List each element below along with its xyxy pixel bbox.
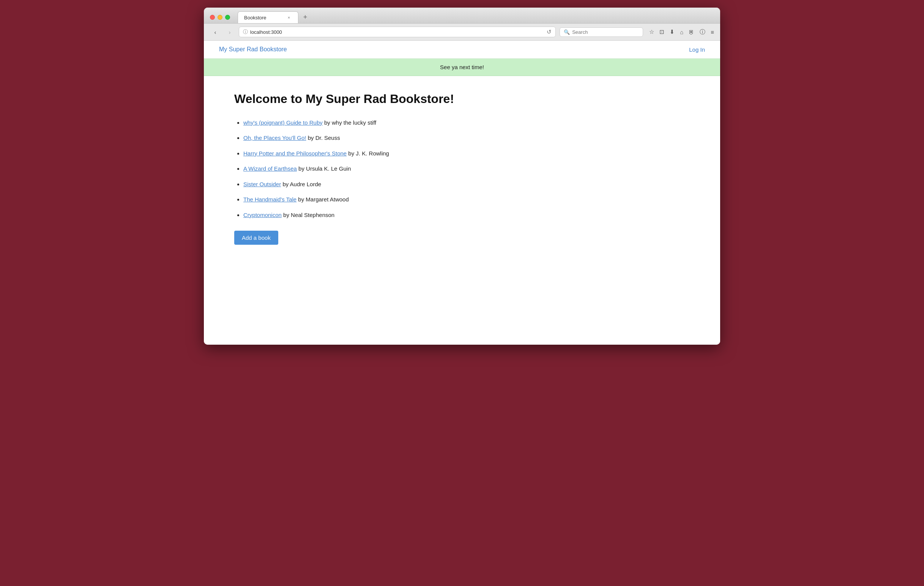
download-icon[interactable]: ⬇ — [670, 28, 675, 35]
minimize-button[interactable] — [218, 15, 223, 20]
book-author-1: by why the lucky stiff — [324, 119, 376, 126]
address-bar-input-wrapper: ⓘ ↺ — [239, 26, 556, 37]
book-author-5: by Audre Lorde — [282, 181, 321, 187]
book-list: why's (poignant) Guide to Ruby by why th… — [234, 119, 515, 220]
book-author-6: by Margaret Atwood — [298, 196, 348, 202]
list-item: Harry Potter and the Philosopher's Stone… — [243, 149, 515, 158]
reload-icon[interactable]: ↺ — [547, 28, 551, 35]
traffic-lights — [210, 15, 230, 20]
main-content: Welcome to My Super Rad Bookstore! why's… — [204, 76, 546, 260]
login-link[interactable]: Log In — [689, 46, 705, 53]
book-link-5[interactable]: Sister Outsider — [243, 181, 281, 187]
book-link-2[interactable]: Oh, the Places You'll Go! — [243, 134, 306, 141]
list-item: Sister Outsider by Audre Lorde — [243, 180, 515, 189]
info-circle-icon[interactable]: ⓘ — [700, 28, 705, 36]
browser-window: Bookstore × + ‹ › ⓘ ↺ 🔍 ☆ ⊡ ⬇ ⌂ ⛨ ⓘ ≡ — [204, 8, 720, 345]
book-link-6[interactable]: The Handmaid's Tale — [243, 196, 297, 202]
maximize-button[interactable] — [225, 15, 230, 20]
book-author-2: by Dr. Seuss — [308, 134, 340, 141]
close-button[interactable] — [210, 15, 215, 20]
search-icon: 🔍 — [564, 29, 570, 35]
list-item: why's (poignant) Guide to Ruby by why th… — [243, 119, 515, 127]
shield-icon[interactable]: ⛨ — [689, 29, 694, 35]
address-bar: ‹ › ⓘ ↺ 🔍 ☆ ⊡ ⬇ ⌂ ⛨ ⓘ ≡ — [204, 23, 720, 41]
page-content: My Super Rad Bookstore Log In See ya nex… — [204, 41, 720, 345]
add-book-button[interactable]: Add a book — [234, 231, 278, 245]
welcome-heading: Welcome to My Super Rad Bookstore! — [234, 91, 515, 107]
book-author-4: by Ursula K. Le Guin — [299, 165, 351, 172]
list-item: A Wizard of Earthsea by Ursula K. Le Gui… — [243, 165, 515, 173]
book-link-4[interactable]: A Wizard of Earthsea — [243, 165, 297, 172]
reading-list-icon[interactable]: ⊡ — [659, 28, 664, 35]
bookmark-icon[interactable]: ☆ — [649, 28, 654, 35]
active-tab[interactable]: Bookstore × — [238, 12, 299, 23]
list-item: Cryptomonicon by Neal Stephenson — [243, 211, 515, 220]
book-link-1[interactable]: why's (poignant) Guide to Ruby — [243, 119, 323, 126]
app-header: My Super Rad Bookstore Log In — [204, 41, 720, 58]
title-bar: Bookstore × + — [204, 8, 720, 23]
book-author-3: by J. K. Rowling — [348, 150, 389, 157]
book-link-7[interactable]: Cryptomonicon — [243, 212, 282, 218]
menu-icon[interactable]: ≡ — [711, 29, 714, 35]
toolbar-icons: ☆ ⊡ ⬇ ⌂ ⛨ ⓘ ≡ — [649, 28, 714, 36]
search-wrapper: 🔍 — [559, 27, 643, 37]
address-input[interactable] — [250, 29, 544, 35]
list-item: Oh, the Places You'll Go! by Dr. Seuss — [243, 134, 515, 142]
flash-message: See ya next time! — [204, 58, 720, 76]
new-tab-button[interactable]: + — [300, 12, 310, 22]
tab-title: Bookstore — [244, 15, 283, 20]
tab-close-icon[interactable]: × — [286, 15, 292, 20]
forward-button[interactable]: › — [224, 26, 235, 37]
tabs-area: Bookstore × + — [238, 12, 714, 23]
book-link-3[interactable]: Harry Potter and the Philosopher's Stone — [243, 150, 346, 157]
search-input[interactable] — [572, 29, 639, 35]
list-item: The Handmaid's Tale by Margaret Atwood — [243, 195, 515, 204]
app-title-link[interactable]: My Super Rad Bookstore — [219, 46, 287, 53]
info-icon: ⓘ — [243, 28, 248, 35]
book-author-7: by Neal Stephenson — [283, 212, 335, 218]
back-button[interactable]: ‹ — [210, 26, 221, 37]
home-icon[interactable]: ⌂ — [680, 29, 683, 35]
